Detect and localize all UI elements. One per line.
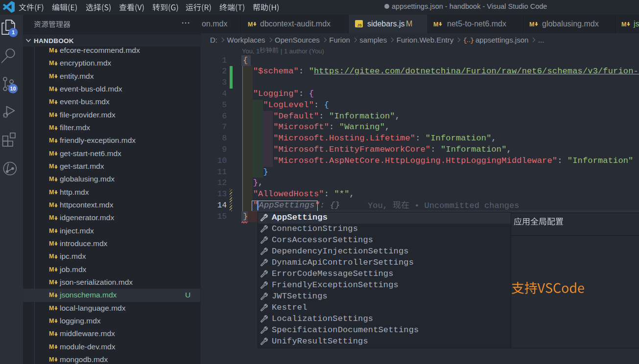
svg-text:1: 1 <box>12 29 15 35</box>
svg-text:10: 10 <box>10 86 16 91</box>
